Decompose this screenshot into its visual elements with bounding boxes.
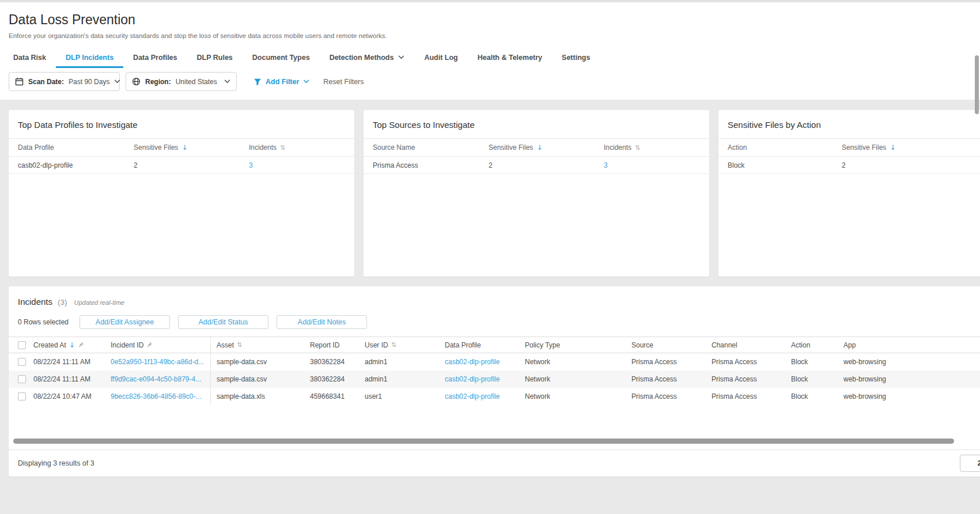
action: Block	[791, 371, 843, 388]
add-edit-notes-button[interactable]: Add/Edit Notes	[277, 315, 367, 329]
data-profile-link[interactable]: casb02-dlp-profile	[445, 392, 500, 400]
add-filter-button[interactable]: Add Filter	[253, 78, 309, 86]
data-profile-link[interactable]: casb02-dlp-profile	[445, 375, 500, 383]
rows-selected-label: 0 Rows selected	[18, 318, 69, 326]
policy-type: Network	[525, 353, 631, 371]
incidents-count-link[interactable]: 3	[604, 161, 608, 169]
incident-id-link[interactable]: 0e52a950-1f13-49bc-a86d-d...	[111, 358, 204, 366]
column-header-sorted[interactable]: Sensitive Files↓	[134, 143, 249, 152]
vertical-scrollbar-thumb[interactable]	[975, 55, 979, 114]
chevron-down-icon	[303, 80, 309, 84]
app: web-browsing	[843, 371, 980, 388]
column-header-data-profile[interactable]: Data Profile	[445, 337, 525, 353]
region-value: United States	[176, 78, 217, 86]
data-profile-name: casb02-dlp-profile	[18, 161, 134, 169]
column-header-asset[interactable]: Asset ⇅	[211, 337, 310, 353]
sort-both-icon[interactable]: ⇅	[237, 342, 242, 348]
add-edit-status-button[interactable]: Add/Edit Status	[178, 315, 268, 329]
column-header-action[interactable]: Action	[791, 337, 843, 353]
column-header-report-id[interactable]: Report ID	[310, 337, 365, 353]
sort-desc-icon[interactable]: ↓	[890, 144, 895, 151]
tab-dlp-rules[interactable]: DLP Rules	[187, 47, 243, 68]
pin-icon[interactable]	[78, 342, 84, 348]
report-id: 459668341	[310, 388, 365, 405]
column-header-sorted[interactable]: Sensitive Files↓	[489, 143, 604, 152]
reset-filters-button[interactable]: Reset Filters	[323, 78, 364, 86]
tab-settings[interactable]: Settings	[552, 47, 600, 68]
chevron-down-icon	[114, 80, 120, 84]
created-at: 08/22/24 11:11 AM	[33, 371, 111, 388]
region-filter[interactable]: Region: United States	[126, 72, 237, 91]
asset: sample-data.csv	[211, 353, 310, 371]
incidents-count-link[interactable]: 3	[249, 161, 253, 169]
column-header-sorted[interactable]: Sensitive Files↓	[842, 143, 980, 152]
incidents-footer: Displaying 3 results of 3 25 Rows	[9, 449, 980, 477]
sort-desc-icon[interactable]: ↓	[536, 144, 542, 151]
column-header-incident-id[interactable]: Incident ID	[111, 337, 211, 353]
source: Prisma Access	[631, 388, 712, 405]
scan-date-value: Past 90 Days	[69, 78, 109, 86]
row-checkbox[interactable]	[18, 392, 26, 400]
data-profile-link[interactable]: casb02-dlp-profile	[445, 358, 500, 366]
card-sensitive-files-by-action: Sensitive Files by Action Action Sensiti…	[718, 110, 980, 277]
rows-per-page-button[interactable]: 25 Rows	[960, 455, 980, 472]
user-id: admin1	[365, 353, 445, 371]
sort-both-icon[interactable]: ⇅	[280, 145, 285, 151]
sort-desc-icon[interactable]: ↓	[181, 144, 187, 151]
report-id: 380362284	[310, 371, 365, 388]
action: Block	[791, 388, 843, 405]
incidents-table-header: Created At ↓ Incident ID Asset ⇅ Report …	[9, 337, 980, 353]
select-all-checkbox[interactable]	[18, 341, 26, 349]
app: web-browsing	[843, 388, 980, 405]
column-header[interactable]: Incidents⇅	[604, 143, 700, 152]
incident-id-link[interactable]: 9becc826-36b6-4856-89c0-...	[111, 392, 201, 400]
card-table-header: Source Name Sensitive Files↓ Incidents⇅	[364, 139, 709, 157]
column-header[interactable]: Incidents⇅	[249, 143, 345, 152]
column-header-app[interactable]: App	[843, 337, 980, 353]
tab-data-profiles[interactable]: Data Profiles	[123, 47, 187, 68]
scan-date-filter[interactable]: Scan Date: Past 90 Days	[9, 72, 120, 91]
incident-row[interactable]: 08/22/24 11:11 AM 0e52a950-1f13-49bc-a86…	[9, 353, 980, 371]
incidents-panel: Incidents (3) Updated real-time 0 Rows s…	[9, 286, 980, 477]
action: Block	[791, 353, 843, 371]
tab-detection-methods[interactable]: Detection Methods	[320, 47, 415, 68]
incident-row[interactable]: 08/22/24 10:47 AM 9becc826-36b6-4856-89c…	[9, 388, 980, 405]
column-header-policy-type[interactable]: Policy Type	[525, 337, 631, 353]
incident-id-link[interactable]: ff9d9cac-e094-4c50-b879-4...	[111, 375, 201, 383]
column-header[interactable]: Action	[728, 143, 842, 152]
chevron-down-icon	[224, 80, 230, 84]
source-name: Prisma Access	[373, 161, 489, 169]
sort-both-icon[interactable]: ⇅	[391, 342, 396, 348]
column-header[interactable]: Data Profile	[18, 143, 134, 152]
row-checkbox[interactable]	[18, 375, 26, 383]
column-header-created-at[interactable]: Created At ↓	[33, 337, 111, 353]
action-name: Block	[728, 161, 842, 169]
card-top-data-profiles: Top Data Profiles to Investigate Data Pr…	[9, 110, 354, 277]
column-header-source[interactable]: Source	[631, 337, 712, 353]
incidents-count: (3)	[58, 298, 67, 307]
pin-icon[interactable]	[146, 342, 153, 348]
incident-row[interactable]: 08/22/24 11:11 AM ff9d9cac-e094-4c50-b87…	[9, 371, 980, 388]
column-header[interactable]: Source Name	[373, 143, 489, 152]
tab-document-types[interactable]: Document Types	[243, 47, 320, 68]
scan-date-label: Scan Date:	[28, 78, 64, 86]
card-title: Top Sources to Investigate	[364, 110, 709, 139]
channel: Prisma Access	[712, 353, 791, 371]
row-checkbox[interactable]	[18, 358, 26, 366]
asset: sample-data.csv	[211, 371, 310, 388]
sort-both-icon[interactable]: ⇅	[635, 145, 640, 151]
horizontal-scrollbar-thumb[interactable]	[13, 439, 954, 444]
add-edit-assignee-button[interactable]: Add/Edit Assignee	[80, 315, 170, 329]
column-header-channel[interactable]: Channel	[712, 337, 791, 353]
sort-desc-icon[interactable]: ↓	[69, 342, 75, 349]
card-title: Top Data Profiles to Investigate	[9, 110, 354, 139]
policy-type: Network	[525, 371, 631, 388]
tab-data-risk[interactable]: Data Risk	[3, 47, 56, 68]
sensitive-files-count: 2	[489, 161, 604, 169]
tab-health-telemetry[interactable]: Health & Telemetry	[468, 47, 552, 68]
tab-audit-log[interactable]: Audit Log	[414, 47, 467, 68]
summary-cards-row: Top Data Profiles to Investigate Data Pr…	[9, 110, 980, 277]
tab-dlp-incidents[interactable]: DLP Incidents	[56, 47, 123, 68]
column-header-user-id[interactable]: User ID ⇅	[365, 337, 445, 353]
policy-type: Network	[525, 388, 631, 405]
